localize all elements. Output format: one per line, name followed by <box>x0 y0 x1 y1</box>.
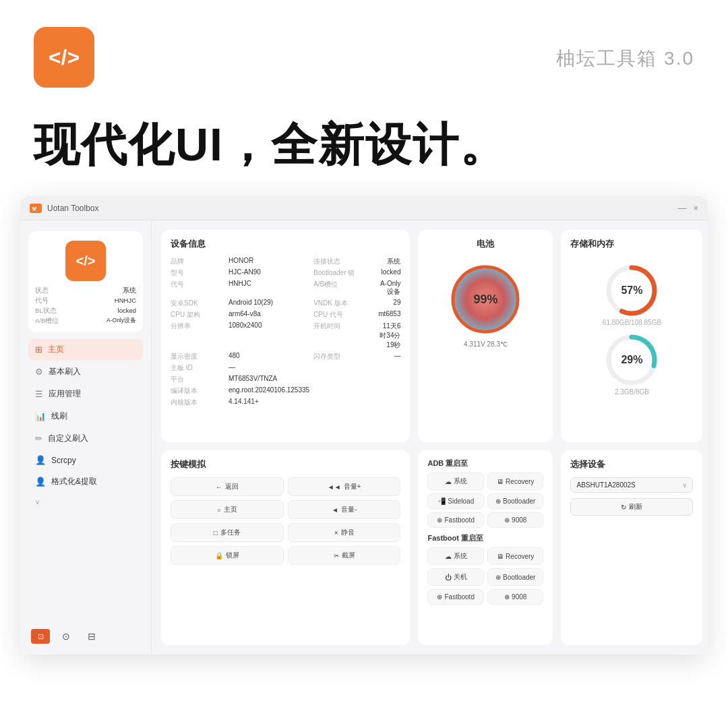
ram-pct: 29% <box>621 354 642 366</box>
fb-bootloader[interactable]: ⊕Bootloader <box>487 568 544 586</box>
headline-text: 现代化UI，全新设计。 <box>0 101 728 196</box>
board-id-label: 主板 ID <box>171 363 224 373</box>
status-value: 系统 <box>87 286 136 295</box>
refresh-button[interactable]: ↻ 刷新 <box>570 498 693 516</box>
sidebar-more[interactable]: ∨ <box>28 493 143 510</box>
titlebar: ⚒ Uotan Toolbox — × <box>20 196 708 220</box>
empty3 <box>313 375 374 384</box>
btn-mute[interactable]: ×静音 <box>288 523 401 542</box>
empty6 <box>378 386 400 396</box>
build-label: 编译版本 <box>171 386 224 396</box>
apps-label: 应用管理 <box>49 388 81 400</box>
flash-type-label: 闪存类型 <box>313 352 374 361</box>
titlebar-logo: ⚒ <box>30 204 42 213</box>
fb-recovery[interactable]: 🖥Recovery <box>487 547 544 565</box>
uptime-label: 开机时间 <box>313 322 374 350</box>
ab-slot-value: A-Only设备 <box>378 280 400 297</box>
adb-9008[interactable]: ⊕9008 <box>487 512 544 528</box>
ram-storage: 29% 2.3GB/8GB <box>570 333 693 396</box>
board-id-value: — <box>229 363 309 373</box>
btn-lock[interactable]: 🔒锁屏 <box>171 546 284 565</box>
sidebar-item-home[interactable]: ⊞ 主页 <box>28 339 143 360</box>
device-select-title: 选择设备 <box>570 458 693 471</box>
format-label: 格式化&提取 <box>51 476 97 487</box>
line-label: 线刷 <box>51 411 67 422</box>
minimize-button[interactable]: — <box>677 203 686 213</box>
bl-lock-value: locked <box>378 268 400 278</box>
adb-sideload[interactable]: 📲Sideload <box>427 493 484 509</box>
app-logo: </> <box>34 27 94 88</box>
bl-lock-label: Bootloader 锁 <box>313 268 374 278</box>
btn-vol-down[interactable]: ◄音量- <box>288 500 401 519</box>
rom-pct: 57% <box>621 284 642 297</box>
custom-label: 自定义刷入 <box>48 433 88 444</box>
device-dropdown[interactable]: ABSHUT1A28002S ∨ <box>570 477 693 493</box>
app-window: ⚒ Uotan Toolbox — × </> 状态 系统 代号 HNHJC B… <box>20 196 708 655</box>
ab-slot-label: A/B槽位 <box>313 280 374 297</box>
adb-recovery[interactable]: 🖥Recovery <box>487 473 544 490</box>
adb-system[interactable]: ☁系统 <box>427 473 484 490</box>
kernel-label: 内核版本 <box>171 398 224 407</box>
sidebar-bottom: ⊡ ⊙ ⊟ <box>28 624 143 644</box>
ram-detail: 2.3GB/8GB <box>615 388 649 396</box>
device-logo: </> <box>65 241 106 281</box>
fb-9008[interactable]: ⊕9008 <box>487 589 544 605</box>
sidebar-item-flash[interactable]: ⚙ 基本刷入 <box>28 361 143 382</box>
storage-card: 存储和内存 57% 61.80GB/108.85GB <box>561 230 702 442</box>
main-content: 设备信息 品牌 HONOR 连接状态 系统 型号 HJC-AN90 Bootlo… <box>152 220 708 655</box>
cpu-code-label: CPU 代号 <box>313 310 374 320</box>
sidebar-item-line[interactable]: 📊 线刷 <box>28 406 143 427</box>
fastboot-section: Fastboot 重启至 ☁系统 🖥Recovery ⏻关机 ⊕Bootload… <box>427 533 543 605</box>
bl-value: locked <box>87 307 136 315</box>
vndk-label: VNDK 版本 <box>313 299 374 308</box>
refresh-icon: ↻ <box>621 504 626 511</box>
titlebar-controls: — × <box>677 203 698 213</box>
res-label: 分辨率 <box>171 322 224 350</box>
device-info-title: 设备信息 <box>171 238 400 250</box>
storage-title: 存储和内存 <box>570 238 693 250</box>
ram-ring: 29% <box>605 333 659 387</box>
btn-sim-card: 按键模拟 ←返回 ◄◄音量+ ○主页 ◄音量- □多任务 ×静音 🔒锁屏 ✂截屏 <box>161 450 410 645</box>
fb-poweroff[interactable]: ⏻关机 <box>427 568 484 586</box>
device-sidebar-card: </> 状态 系统 代号 HNHJC BL状态 locked A/B槽位 A-O… <box>28 231 143 332</box>
fb-system[interactable]: ☁系统 <box>427 547 484 565</box>
code-label: 代号 <box>35 297 84 305</box>
sidebar-item-custom[interactable]: ✏ 自定义刷入 <box>28 428 143 449</box>
apps-icon: ☰ <box>35 389 43 399</box>
fb-fastbootd[interactable]: ⊕Fastbootd <box>427 589 484 605</box>
adb-bootloader[interactable]: ⊕Bootloader <box>487 493 544 509</box>
platform-label: 平台 <box>171 375 224 384</box>
adb-fastbootd[interactable]: ⊕Fastbootd <box>427 512 484 528</box>
sidebar-item-format[interactable]: 👤 格式化&提取 <box>28 471 143 492</box>
btn-grid: ←返回 ◄◄音量+ ○主页 ◄音量- □多任务 ×静音 🔒锁屏 ✂截屏 <box>171 477 400 565</box>
vndk-value: 29 <box>378 299 400 308</box>
btn-screenshot[interactable]: ✂截屏 <box>288 546 401 565</box>
cpu-arch-value: arm64-v8a <box>229 310 309 320</box>
battery-percentage: 99% <box>473 293 497 307</box>
btn-vol-up[interactable]: ◄◄音量+ <box>288 477 401 496</box>
battery-title: 电池 <box>477 238 494 250</box>
github-icon[interactable]: ⊙ <box>57 629 75 644</box>
code-value: HNHJC <box>87 297 136 305</box>
adb-grid: ☁系统 🖥Recovery 📲Sideload ⊕Bootloader ⊕Fas… <box>427 473 543 528</box>
more-icon: ∨ <box>35 498 40 506</box>
flash-type-value: — <box>378 352 400 361</box>
btn-sim-title: 按键模拟 <box>171 458 400 471</box>
empty1 <box>313 363 374 373</box>
close-button[interactable]: × <box>693 203 698 213</box>
sidebar-item-scrcpy[interactable]: 👤 Scrcpy <box>28 450 143 470</box>
cpu-code-value: mt6853 <box>378 310 400 320</box>
terminal-icon[interactable]: ⊡ <box>31 629 50 644</box>
empty2 <box>378 363 400 373</box>
btn-back[interactable]: ←返回 <box>171 477 284 496</box>
model-value: HJC-AN90 <box>229 268 309 278</box>
flash-icon: ⚙ <box>35 367 43 377</box>
format-icon: 👤 <box>35 477 46 487</box>
feedback-icon[interactable]: ⊟ <box>82 629 101 644</box>
flash-label: 基本刷入 <box>49 366 81 377</box>
btn-recents[interactable]: □多任务 <box>171 523 284 542</box>
sidebar-item-apps[interactable]: ☰ 应用管理 <box>28 384 143 404</box>
device-select-card: 选择设备 ABSHUT1A28002S ∨ ↻ 刷新 <box>561 450 702 645</box>
btn-home[interactable]: ○主页 <box>171 500 284 519</box>
ab-value: A-Only设备 <box>87 317 136 326</box>
